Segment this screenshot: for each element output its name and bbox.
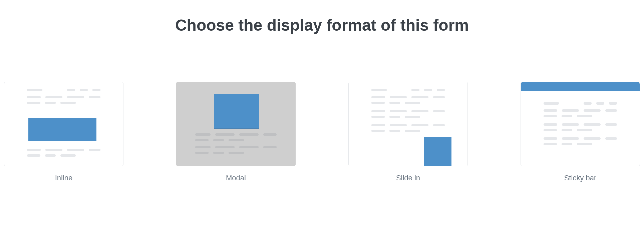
stickybar-form-block-icon: [521, 82, 640, 91]
format-option-stickybar[interactable]: Sticky bar: [521, 82, 640, 182]
format-option-label: Inline: [55, 174, 73, 182]
preview-text-lines: [195, 132, 277, 157]
slidein-form-block-icon: [424, 137, 451, 166]
format-preview-inline: [4, 82, 123, 166]
inline-form-block-icon: [28, 118, 96, 141]
format-option-label: Modal: [226, 174, 246, 182]
format-option-label: Sticky bar: [564, 174, 597, 182]
page-title: Choose the display format of this form: [0, 0, 644, 34]
modal-form-block-icon: [214, 94, 259, 129]
preview-text-lines-lower: [27, 147, 100, 160]
format-option-label: Slide in: [396, 174, 420, 182]
preview-text-lines: [27, 89, 100, 107]
format-preview-stickybar: [521, 82, 640, 166]
format-option-slidein[interactable]: Slide in: [348, 82, 468, 182]
preview-text-lines: [371, 89, 445, 135]
format-preview-modal: [176, 82, 296, 166]
section-divider: [0, 60, 644, 60]
preview-text-lines: [544, 102, 617, 149]
format-option-inline[interactable]: Inline: [4, 82, 123, 182]
format-preview-slidein: [348, 82, 468, 166]
format-option-modal[interactable]: Modal: [176, 82, 296, 182]
page-root: Choose the display format of this form: [0, 0, 644, 242]
format-options: Inline Modal: [2, 82, 642, 182]
